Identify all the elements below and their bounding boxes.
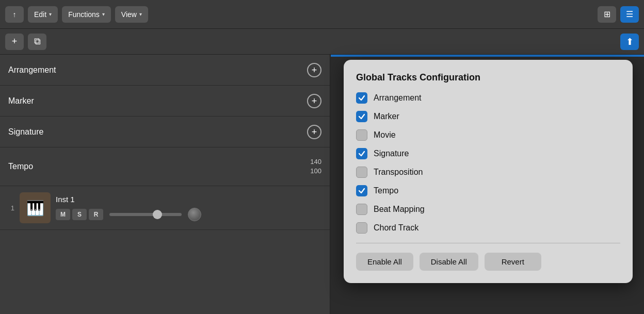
edit-label: Edit <box>34 10 46 19</box>
checkbox-label-arrangement: Arrangement <box>374 93 422 103</box>
content-area: Global Tracks Configuration ArrangementM… <box>331 55 644 314</box>
checkbox-arrangement[interactable] <box>356 92 367 104</box>
tempo-value-2: 100 <box>310 167 321 176</box>
duplicate-button[interactable]: ⧉ <box>28 34 46 50</box>
track-number: 1 <box>5 204 14 212</box>
checkbox-label-marker: Marker <box>374 112 399 121</box>
upload-icon: ⬆ <box>626 36 634 47</box>
signature-label: Signature <box>8 127 307 137</box>
list-icon: ☰ <box>626 9 633 19</box>
checkbox-beat-mapping[interactable] <box>356 204 367 215</box>
view-label: View <box>121 10 137 19</box>
popup-divider <box>356 243 620 243</box>
enable-all-button[interactable]: Enable All <box>356 253 413 271</box>
edit-button[interactable]: Edit ▾ <box>28 6 58 23</box>
list-view-button[interactable]: ☰ <box>620 6 639 23</box>
toolbar: ↑ Edit ▾ Functions ▾ View ▾ ⊞ ☰ <box>0 0 644 29</box>
signature-add-button[interactable]: + <box>307 125 321 139</box>
instrument-controls: Inst 1 M S R <box>56 195 325 221</box>
volume-slider[interactable] <box>109 213 182 216</box>
global-tracks-popup: Global Tracks Configuration ArrangementM… <box>344 60 633 283</box>
popup-title: Global Tracks Configuration <box>356 72 620 83</box>
checkbox-item-chord-track: Chord Track <box>356 222 620 234</box>
disable-all-button[interactable]: Disable All <box>420 253 478 271</box>
back-button[interactable]: ↑ <box>5 6 24 23</box>
checkbox-list: ArrangementMarkerMovieSignatureTransposi… <box>356 92 620 234</box>
view-chevron-icon: ▾ <box>139 11 142 17</box>
checkbox-item-tempo: Tempo <box>356 185 620 196</box>
checkbox-item-signature: Signature <box>356 148 620 159</box>
popup-footer: Enable All Disable All Revert <box>356 253 620 271</box>
signature-track-row: Signature + <box>0 117 330 147</box>
arrangement-add-button[interactable]: + <box>307 63 321 77</box>
checkbox-chord-track[interactable] <box>356 222 367 234</box>
marker-label: Marker <box>8 96 307 106</box>
blue-progress-bar <box>331 55 644 57</box>
checkbox-label-chord-track: Chord Track <box>374 223 418 233</box>
checkbox-tempo[interactable] <box>356 185 367 196</box>
checkbox-marker[interactable] <box>356 111 367 122</box>
mute-button[interactable]: M <box>56 209 70 220</box>
checkbox-item-arrangement: Arrangement <box>356 92 620 104</box>
view-button[interactable]: View ▾ <box>115 6 148 23</box>
marker-track-row: Marker + <box>0 86 330 117</box>
functions-label: Functions <box>68 10 100 19</box>
pan-knob[interactable] <box>188 208 201 221</box>
duplicate-icon: ⧉ <box>34 36 41 47</box>
checkbox-item-beat-mapping: Beat Mapping <box>356 204 620 215</box>
instrument-buttons: M S R <box>56 208 325 221</box>
checkbox-label-tempo: Tempo <box>374 186 398 195</box>
add-icon: + <box>12 36 18 47</box>
action-row: + ⧉ ⬆ <box>0 29 644 55</box>
checkbox-label-movie: Movie <box>374 130 396 140</box>
marker-add-button[interactable]: + <box>307 94 321 108</box>
tempo-label: Tempo <box>8 162 321 171</box>
instrument-thumbnail: 🎹 <box>20 192 51 223</box>
grid-icon: ⊞ <box>604 9 610 19</box>
checkbox-item-movie: Movie <box>356 129 620 141</box>
functions-chevron-icon: ▾ <box>102 11 105 17</box>
checkbox-signature[interactable] <box>356 148 367 159</box>
record-button[interactable]: R <box>89 209 103 220</box>
checkbox-item-transposition: Transposition <box>356 167 620 178</box>
arrangement-label: Arrangement <box>8 65 307 75</box>
tempo-track-row: Tempo 140 100 <box>0 147 330 186</box>
checkbox-movie[interactable] <box>356 129 367 141</box>
instrument-name: Inst 1 <box>56 195 325 204</box>
tempo-values: 140 100 <box>310 157 321 176</box>
instrument-track-row: 1 🎹 Inst 1 M S R <box>0 186 330 230</box>
track-list: Arrangement + Marker + Signature + Tempo… <box>0 55 330 314</box>
add-track-button[interactable]: + <box>5 34 24 50</box>
tempo-value-1: 140 <box>310 157 321 167</box>
checkbox-label-transposition: Transposition <box>374 168 423 177</box>
volume-thumb <box>153 210 162 219</box>
solo-button[interactable]: S <box>72 209 87 220</box>
checkbox-label-signature: Signature <box>374 149 409 158</box>
checkbox-item-marker: Marker <box>356 111 620 122</box>
checkbox-label-beat-mapping: Beat Mapping <box>374 205 425 214</box>
edit-chevron-icon: ▾ <box>49 11 52 17</box>
arrangement-track-row: Arrangement + <box>0 55 330 86</box>
grid-view-button[interactable]: ⊞ <box>598 6 616 23</box>
functions-button[interactable]: Functions ▾ <box>62 6 111 23</box>
upload-button[interactable]: ⬆ <box>620 34 639 50</box>
back-icon: ↑ <box>13 10 17 19</box>
revert-button[interactable]: Revert <box>485 253 541 271</box>
checkbox-transposition[interactable] <box>356 167 367 178</box>
